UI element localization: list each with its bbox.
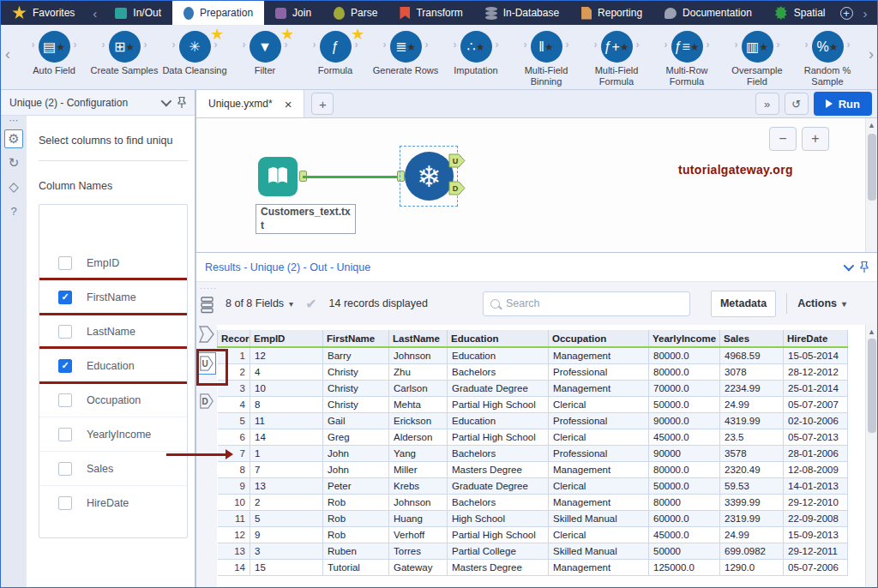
checkbox[interactable] (58, 256, 72, 270)
collapse-chevron-icon[interactable] (161, 99, 169, 106)
fields-dropdown[interactable]: 8 of 8 Fields ▾ (226, 297, 293, 309)
overflow-button[interactable]: » (755, 93, 779, 115)
help-icon[interactable]: ? (4, 201, 23, 220)
cells-view-icon[interactable] (198, 294, 215, 316)
table-row[interactable]: 1 12 Barry Johnson Education Management … (218, 347, 848, 363)
add-category-icon[interactable]: + (837, 1, 857, 25)
column-header[interactable]: Education (448, 330, 549, 347)
scroll-up-icon[interactable]: ▲ (866, 118, 877, 129)
scroll-up-icon[interactable]: ▲ (866, 325, 877, 336)
output-u-button[interactable]: U (197, 352, 216, 375)
workflow-tab[interactable]: Unique.yxmd* (196, 90, 304, 117)
settings-gear-icon[interactable]: ⚙ (4, 129, 23, 148)
table-row[interactable]: 9 13 Peter Krebs Graduate Degree Clerica… (218, 477, 848, 494)
palette-tool[interactable]: ▤ ★ Auto Field (20, 28, 88, 87)
table-row[interactable]: 13 3 Ruben Torres Partial College Skille… (218, 543, 848, 559)
table-row[interactable]: 11 5 Rob Huang High School Skilled Manua… (218, 510, 848, 526)
column-header[interactable]: LastName (389, 330, 448, 347)
nav-tab[interactable]: In-Database (474, 1, 570, 25)
history-icon[interactable]: ↺ (785, 93, 809, 115)
palette-tool[interactable]: ▼ ★ Filter (231, 28, 299, 87)
table-row[interactable]: 5 11 Gail Erickson Education Professiona… (218, 412, 848, 429)
nav-tab[interactable]: Preparation (172, 1, 264, 25)
table-row[interactable]: 3 10 Christy Carlson Graduate Degree Man… (218, 380, 848, 396)
nav-tab[interactable]: In/Out (104, 1, 172, 25)
column-checkbox-row[interactable]: EmpID (39, 246, 187, 280)
column-header[interactable]: HireDate (784, 330, 848, 347)
palette-scroll-left-icon[interactable]: ‹ (5, 45, 10, 63)
table-row[interactable]: 10 2 Rob Johnson Bachelors Management 80… (218, 494, 848, 510)
table-row[interactable]: 4 8 Christy Mehta Partial High School Cl… (218, 396, 848, 412)
checkbox[interactable] (58, 428, 72, 441)
checkbox[interactable] (58, 291, 72, 304)
palette-tool[interactable]: ≣ ★ Generate Rows (371, 28, 440, 87)
column-header[interactable]: Occupation (549, 330, 649, 347)
palette-tool[interactable]: ‖ ★ Multi-Field Binning (512, 28, 580, 87)
table-row[interactable]: 6 14 Greg Alderson Partial High School C… (218, 429, 848, 445)
nav-tab[interactable]: Spatial (763, 1, 837, 25)
palette-tool[interactable]: % ★ Random % Sample (793, 28, 862, 87)
checkbox[interactable] (58, 325, 72, 339)
new-workflow-button[interactable]: + (311, 93, 334, 115)
output-d-button[interactable]: D (197, 390, 216, 412)
search-input[interactable] (506, 297, 683, 309)
nav-scroll-left-icon[interactable]: ‹ (86, 1, 104, 25)
pin-icon[interactable] (858, 261, 870, 273)
column-header[interactable]: Record (218, 330, 250, 347)
workflow-canvas[interactable]: − + tutorialgateway.org Customers_text.t… (196, 118, 877, 253)
column-header[interactable]: Sales (720, 330, 784, 347)
nav-tab[interactable]: Reporting (570, 1, 653, 25)
table-row[interactable]: 14 15 Tutorial Gateway Masters Degree Ma… (218, 559, 848, 575)
input-data-tool[interactable] (258, 157, 298, 196)
zoom-out-button[interactable]: − (769, 127, 797, 151)
checkbox[interactable] (58, 359, 72, 373)
column-checkbox-row[interactable]: HireDate (39, 486, 187, 520)
nav-scroll-right-icon[interactable]: › (857, 1, 875, 25)
palette-tool[interactable]: ▥ ★ Oversample Field (723, 28, 791, 87)
unique-tool-selection[interactable]: ❄ U D (400, 146, 458, 207)
unique-port-u[interactable]: U (448, 153, 466, 168)
palette-tool[interactable]: ƒ≡ ★ Multi-Row Formula (652, 28, 721, 87)
search-box[interactable] (483, 291, 690, 316)
palette-scroll-right-icon[interactable]: › (869, 45, 874, 63)
table-row[interactable]: 2 4 Christy Zhu Bachelors Professional 8… (218, 363, 848, 380)
table-row[interactable]: 7 1 John Yang Bachelors Professional 900… (218, 445, 848, 461)
column-checkbox-row[interactable]: Occupation (39, 383, 187, 417)
palette-tool[interactable]: ∴ ★ Imputation (442, 28, 510, 87)
collapse-chevron-icon[interactable] (844, 263, 851, 271)
column-checkbox-row[interactable]: Sales (39, 452, 187, 486)
connection-line[interactable] (303, 176, 400, 178)
column-checkbox-row[interactable]: FirstName (39, 280, 187, 315)
pin-icon[interactable] (176, 96, 188, 109)
tag-icon[interactable]: ◇ (4, 177, 23, 196)
run-button[interactable]: Run (814, 92, 872, 116)
column-checkbox-row[interactable]: LastName (39, 315, 187, 349)
scrollbar-thumb[interactable] (868, 134, 876, 201)
column-header[interactable]: FirstName (323, 330, 389, 347)
tool-annotation-caption[interactable]: Customers_text.txt (256, 204, 356, 234)
nav-tab[interactable]: Transform (388, 1, 473, 25)
close-tab-icon[interactable] (285, 97, 292, 111)
column-checkbox-row[interactable]: YearlyIncome (39, 417, 187, 452)
nav-tab[interactable]: Documentation (653, 1, 763, 25)
scrollbar-thumb[interactable] (868, 339, 876, 433)
palette-tool[interactable]: ƒ ★ Formula (301, 28, 370, 87)
canvas-scrollbar[interactable]: ▲ (865, 118, 877, 252)
palette-tool[interactable]: ✳ ★ Data Cleansing (160, 28, 229, 87)
nav-tab[interactable]: Parse (322, 1, 388, 25)
navigation-arrow-icon[interactable]: ↻ (4, 153, 23, 172)
unique-port-d[interactable]: D (448, 181, 466, 195)
unique-tool[interactable]: ❄ (405, 152, 454, 201)
table-row[interactable]: 8 7 John Miller Masters Degree Managemen… (218, 461, 848, 477)
results-scrollbar[interactable]: ▲ (865, 325, 877, 588)
checkbox[interactable] (58, 393, 72, 407)
column-header[interactable]: YearlyIncome (649, 330, 720, 347)
palette-tool[interactable]: ƒ+ ★ Multi-Field Formula (582, 28, 651, 87)
actions-dropdown[interactable]: Actions ▾ (797, 297, 869, 309)
table-row[interactable]: 12 9 Rob Verhoff Partial High School Cle… (218, 526, 848, 543)
column-checkbox-row[interactable]: Education (39, 349, 187, 383)
zoom-in-button[interactable]: + (802, 127, 829, 151)
nav-tab[interactable]: Join (264, 1, 322, 25)
checkbox[interactable] (58, 496, 72, 510)
input-anchor-icon[interactable] (197, 323, 216, 345)
